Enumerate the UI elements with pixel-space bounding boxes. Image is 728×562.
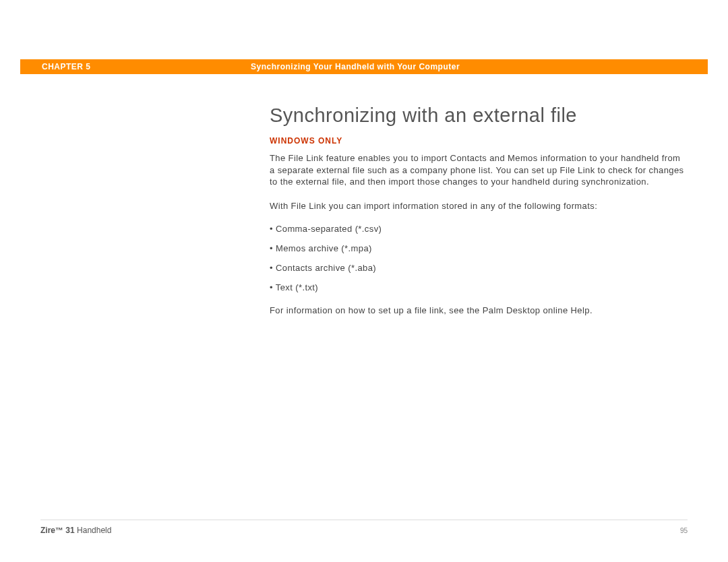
list-item: Comma-separated (*.csv) xyxy=(270,224,688,234)
chapter-label: CHAPTER 5 xyxy=(20,62,251,71)
page-footer: Zire™ 31 Handheld 95 xyxy=(40,520,688,535)
chapter-title: Synchronizing Your Handheld with Your Co… xyxy=(251,62,460,71)
list-item: Contacts archive (*.aba) xyxy=(270,263,688,273)
paragraph-3: For information on how to set up a file … xyxy=(270,305,688,317)
footer-product-rest: Handheld xyxy=(75,526,112,535)
chapter-header-bar: CHAPTER 5 Synchronizing Your Handheld wi… xyxy=(20,59,708,74)
format-list: Comma-separated (*.csv) Memos archive (*… xyxy=(270,224,688,292)
footer-product-bold: Zire™ 31 xyxy=(40,526,75,535)
main-content: Synchronizing with an external file WIND… xyxy=(270,104,688,329)
list-item: Text (*.txt) xyxy=(270,282,688,292)
footer-page-number: 95 xyxy=(680,527,688,534)
paragraph-1: The File Link feature enables you to imp… xyxy=(270,152,688,188)
list-item: Memos archive (*.mpa) xyxy=(270,243,688,253)
page-heading: Synchronizing with an external file xyxy=(270,104,688,127)
platform-note: WINDOWS ONLY xyxy=(270,136,688,146)
footer-product: Zire™ 31 Handheld xyxy=(40,526,111,535)
paragraph-2: With File Link you can import informatio… xyxy=(270,200,688,212)
